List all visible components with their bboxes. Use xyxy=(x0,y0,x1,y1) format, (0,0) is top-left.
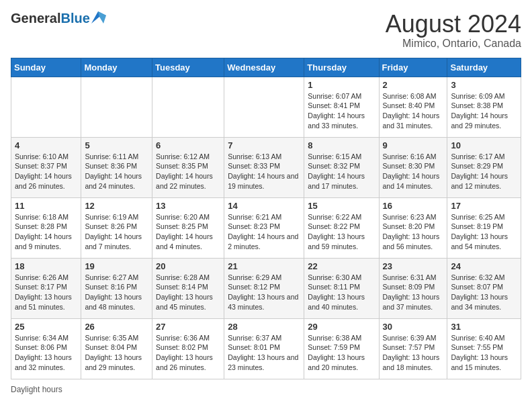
calendar-cell: 5Sunrise: 6:11 AM Sunset: 8:36 PM Daylig… xyxy=(81,137,152,197)
calendar-cell: 1Sunrise: 6:07 AM Sunset: 8:41 PM Daylig… xyxy=(304,77,379,137)
day-info: Sunrise: 6:29 AM Sunset: 8:12 PM Dayligh… xyxy=(228,273,300,312)
header-thursday: Thursday xyxy=(304,58,379,77)
day-number: 23 xyxy=(383,261,444,271)
day-number: 18 xyxy=(15,261,77,271)
calendar-cell: 28Sunrise: 6:37 AM Sunset: 8:01 PM Dayli… xyxy=(224,318,304,379)
day-number: 19 xyxy=(85,261,148,271)
day-info: Sunrise: 6:16 AM Sunset: 8:30 PM Dayligh… xyxy=(383,152,444,191)
day-info: Sunrise: 6:31 AM Sunset: 8:09 PM Dayligh… xyxy=(383,273,444,312)
calendar-cell xyxy=(11,77,81,137)
calendar-cell: 14Sunrise: 6:21 AM Sunset: 8:23 PM Dayli… xyxy=(224,197,304,258)
header-tuesday: Tuesday xyxy=(152,58,224,77)
day-info: Sunrise: 6:08 AM Sunset: 8:40 PM Dayligh… xyxy=(383,91,444,131)
day-info: Sunrise: 6:40 AM Sunset: 7:55 PM Dayligh… xyxy=(451,333,517,373)
daylight-label: Daylight hours xyxy=(11,385,62,394)
day-info: Sunrise: 6:38 AM Sunset: 7:59 PM Dayligh… xyxy=(308,333,375,373)
day-number: 25 xyxy=(15,322,77,332)
week-row-1: 1Sunrise: 6:07 AM Sunset: 8:41 PM Daylig… xyxy=(11,77,521,137)
page-subtitle: Mimico, Ontario, Canada xyxy=(386,38,521,50)
day-info: Sunrise: 6:20 AM Sunset: 8:25 PM Dayligh… xyxy=(156,212,220,252)
header-sunday: Sunday xyxy=(11,58,81,77)
page-title: August 2024 xyxy=(386,11,521,38)
day-info: Sunrise: 6:15 AM Sunset: 8:32 PM Dayligh… xyxy=(308,152,375,191)
day-info: Sunrise: 6:17 AM Sunset: 8:29 PM Dayligh… xyxy=(451,152,517,191)
day-info: Sunrise: 6:30 AM Sunset: 8:11 PM Dayligh… xyxy=(308,273,375,312)
calendar-cell: 21Sunrise: 6:29 AM Sunset: 8:12 PM Dayli… xyxy=(224,258,304,318)
day-number: 4 xyxy=(15,140,77,150)
calendar-cell: 25Sunrise: 6:34 AM Sunset: 8:06 PM Dayli… xyxy=(11,318,81,379)
day-number: 13 xyxy=(156,201,220,211)
day-number: 12 xyxy=(85,201,148,211)
day-number: 15 xyxy=(308,201,375,211)
calendar-cell: 13Sunrise: 6:20 AM Sunset: 8:25 PM Dayli… xyxy=(152,197,224,258)
calendar-cell: 30Sunrise: 6:39 AM Sunset: 7:57 PM Dayli… xyxy=(379,318,447,379)
logo-blue-text: Blue xyxy=(60,11,89,26)
day-info: Sunrise: 6:21 AM Sunset: 8:23 PM Dayligh… xyxy=(228,212,300,252)
day-info: Sunrise: 6:13 AM Sunset: 8:33 PM Dayligh… xyxy=(228,152,300,191)
day-number: 20 xyxy=(156,261,220,271)
day-info: Sunrise: 6:28 AM Sunset: 8:14 PM Dayligh… xyxy=(156,273,220,312)
day-number: 31 xyxy=(451,322,517,332)
day-info: Sunrise: 6:11 AM Sunset: 8:36 PM Dayligh… xyxy=(85,152,148,191)
calendar-cell: 19Sunrise: 6:27 AM Sunset: 8:16 PM Dayli… xyxy=(81,258,152,318)
header-monday: Monday xyxy=(81,58,152,77)
calendar-cell: 12Sunrise: 6:19 AM Sunset: 8:26 PM Dayli… xyxy=(81,197,152,258)
calendar-cell: 9Sunrise: 6:16 AM Sunset: 8:30 PM Daylig… xyxy=(379,137,447,197)
day-number: 21 xyxy=(228,261,300,271)
day-number: 10 xyxy=(451,140,517,150)
calendar-cell: 29Sunrise: 6:38 AM Sunset: 7:59 PM Dayli… xyxy=(304,318,379,379)
day-number: 29 xyxy=(308,322,375,332)
calendar-cell: 11Sunrise: 6:18 AM Sunset: 8:28 PM Dayli… xyxy=(11,197,81,258)
calendar-table: SundayMondayTuesdayWednesdayThursdayFrid… xyxy=(11,58,521,379)
week-row-5: 25Sunrise: 6:34 AM Sunset: 8:06 PM Dayli… xyxy=(11,318,521,379)
day-info: Sunrise: 6:22 AM Sunset: 8:22 PM Dayligh… xyxy=(308,212,375,252)
day-info: Sunrise: 6:18 AM Sunset: 8:28 PM Dayligh… xyxy=(15,212,77,252)
calendar-cell: 6Sunrise: 6:12 AM Sunset: 8:35 PM Daylig… xyxy=(152,137,224,197)
calendar-cell: 16Sunrise: 6:23 AM Sunset: 8:20 PM Dayli… xyxy=(379,197,447,258)
logo-bird-icon xyxy=(91,11,106,26)
day-number: 24 xyxy=(451,261,517,271)
page-header: General Blue August 2024 Mimico, Ontario… xyxy=(11,11,521,50)
day-number: 3 xyxy=(451,80,517,90)
day-info: Sunrise: 6:39 AM Sunset: 7:57 PM Dayligh… xyxy=(383,333,444,373)
day-number: 1 xyxy=(308,80,375,90)
day-number: 30 xyxy=(383,322,444,332)
calendar-cell: 23Sunrise: 6:31 AM Sunset: 8:09 PM Dayli… xyxy=(379,258,447,318)
day-info: Sunrise: 6:10 AM Sunset: 8:37 PM Dayligh… xyxy=(15,152,77,191)
footer: Daylight hours xyxy=(11,385,521,394)
calendar-cell: 4Sunrise: 6:10 AM Sunset: 8:37 PM Daylig… xyxy=(11,137,81,197)
calendar-cell: 7Sunrise: 6:13 AM Sunset: 8:33 PM Daylig… xyxy=(224,137,304,197)
day-info: Sunrise: 6:36 AM Sunset: 8:02 PM Dayligh… xyxy=(156,333,220,373)
svg-marker-1 xyxy=(98,11,106,24)
week-row-2: 4Sunrise: 6:10 AM Sunset: 8:37 PM Daylig… xyxy=(11,137,521,197)
day-number: 9 xyxy=(383,140,444,150)
logo-general-text: General xyxy=(11,11,60,26)
day-number: 27 xyxy=(156,322,220,332)
calendar-cell: 2Sunrise: 6:08 AM Sunset: 8:40 PM Daylig… xyxy=(379,77,447,137)
header-wednesday: Wednesday xyxy=(224,58,304,77)
calendar-cell: 3Sunrise: 6:09 AM Sunset: 8:38 PM Daylig… xyxy=(447,77,521,137)
day-info: Sunrise: 6:35 AM Sunset: 8:04 PM Dayligh… xyxy=(85,333,148,373)
logo: General Blue xyxy=(11,11,106,26)
day-info: Sunrise: 6:07 AM Sunset: 8:41 PM Dayligh… xyxy=(308,91,375,131)
calendar-header-row: SundayMondayTuesdayWednesdayThursdayFrid… xyxy=(11,58,521,77)
title-area: August 2024 Mimico, Ontario, Canada xyxy=(386,11,521,50)
calendar-cell: 27Sunrise: 6:36 AM Sunset: 8:02 PM Dayli… xyxy=(152,318,224,379)
calendar-cell: 18Sunrise: 6:26 AM Sunset: 8:17 PM Dayli… xyxy=(11,258,81,318)
day-info: Sunrise: 6:12 AM Sunset: 8:35 PM Dayligh… xyxy=(156,152,220,191)
day-number: 5 xyxy=(85,140,148,150)
day-info: Sunrise: 6:37 AM Sunset: 8:01 PM Dayligh… xyxy=(228,333,300,373)
calendar-cell: 31Sunrise: 6:40 AM Sunset: 7:55 PM Dayli… xyxy=(447,318,521,379)
day-number: 6 xyxy=(156,140,220,150)
day-number: 8 xyxy=(308,140,375,150)
day-info: Sunrise: 6:19 AM Sunset: 8:26 PM Dayligh… xyxy=(85,212,148,252)
day-info: Sunrise: 6:34 AM Sunset: 8:06 PM Dayligh… xyxy=(15,333,77,373)
day-number: 16 xyxy=(383,201,444,211)
calendar-cell xyxy=(224,77,304,137)
day-number: 28 xyxy=(228,322,300,332)
week-row-3: 11Sunrise: 6:18 AM Sunset: 8:28 PM Dayli… xyxy=(11,197,521,258)
calendar-cell xyxy=(152,77,224,137)
day-number: 7 xyxy=(228,140,300,150)
day-number: 17 xyxy=(451,201,517,211)
day-number: 22 xyxy=(308,261,375,271)
